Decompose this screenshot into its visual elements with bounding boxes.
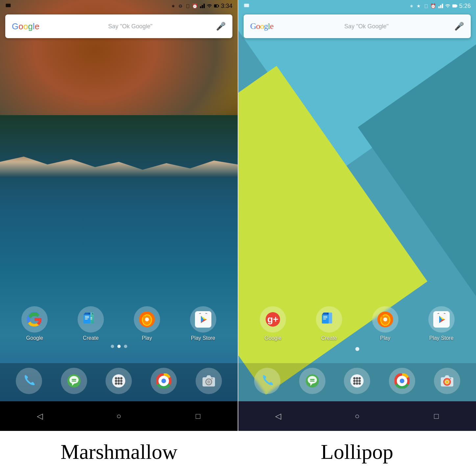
launcher-icon-circle xyxy=(106,368,132,394)
phone-icon xyxy=(21,373,36,388)
phones-row: ∗ ⊖ ⎕ ⏰ xyxy=(0,0,476,431)
play-label: Play xyxy=(142,335,152,341)
svg-point-75 xyxy=(356,380,358,382)
vibrate-icon: ⎕ xyxy=(185,3,191,9)
lollipop-page-dot xyxy=(238,347,476,351)
svg-point-18 xyxy=(145,317,149,321)
dock-camera[interactable] xyxy=(192,368,225,394)
lollipop-dock-camera[interactable] xyxy=(431,368,464,394)
svg-rect-68 xyxy=(310,381,315,382)
lollipop-app-play-store[interactable]: Play Store xyxy=(425,306,458,341)
svg-rect-51 xyxy=(453,5,456,7)
svg-marker-47 xyxy=(440,5,441,8)
svg-point-76 xyxy=(359,380,361,382)
svg-marker-2 xyxy=(202,5,203,8)
launcher-icon xyxy=(111,373,126,388)
app-play[interactable]: Play xyxy=(131,306,163,341)
google-logo: Google xyxy=(12,21,39,32)
lollipop-app-google[interactable]: g+ Google xyxy=(256,306,289,341)
svg-rect-13 xyxy=(85,316,89,317)
hangouts-icon xyxy=(66,373,82,388)
svg-point-66 xyxy=(260,373,275,388)
svg-point-23 xyxy=(21,373,36,388)
lollipop-search-hint: Say "Ok Google" xyxy=(279,23,454,30)
marshmallow-label-cell: Marshmallow xyxy=(0,431,238,473)
svg-point-88 xyxy=(449,378,451,380)
battery-icon xyxy=(214,3,220,9)
app-create[interactable]: Create xyxy=(74,306,107,341)
svg-point-36 xyxy=(120,383,123,385)
app-google[interactable]: Google xyxy=(18,306,51,341)
lollipop-camera-circle xyxy=(434,368,460,394)
home-button[interactable]: ○ xyxy=(109,406,129,426)
lollipop-docs-icon xyxy=(321,311,337,328)
marshmallow-main-apps: Google xyxy=(0,306,238,344)
svg-point-72 xyxy=(356,377,358,380)
lollipop-dock-hangouts[interactable] xyxy=(296,368,329,394)
svg-point-33 xyxy=(120,380,123,382)
dock-chrome[interactable] xyxy=(147,368,180,394)
app-play-store[interactable]: Play Store xyxy=(187,306,220,341)
lollipop-alarm-icon: ⏰ xyxy=(430,3,436,9)
marshmallow-nav-bar: ◁ ○ □ xyxy=(0,401,238,431)
lollipop-label: Lollipop xyxy=(321,440,393,464)
lollipop-docs-circle xyxy=(316,306,342,333)
svg-rect-15 xyxy=(85,319,87,319)
lollipop-dock-launcher[interactable] xyxy=(341,368,373,394)
alarm-icon: ⏰ xyxy=(192,3,198,9)
back-button[interactable]: ◁ xyxy=(30,406,50,426)
docs-icon xyxy=(83,311,99,328)
svg-rect-6 xyxy=(214,5,217,7)
marshmallow-label: Marshmallow xyxy=(60,440,178,464)
svg-marker-46 xyxy=(438,6,440,8)
play-music-icon xyxy=(138,311,155,328)
lollipop-create-label: Create xyxy=(321,335,337,341)
single-dot xyxy=(355,347,359,351)
marshmallow-dock xyxy=(0,363,238,401)
lollipop-home-button[interactable]: ○ xyxy=(347,406,367,426)
camera-icon xyxy=(201,373,216,388)
lollipop-back-button[interactable]: ◁ xyxy=(268,406,288,426)
lollipop-play-circle xyxy=(372,306,398,333)
svg-point-74 xyxy=(353,380,356,382)
mic-icon[interactable]: 🎤 xyxy=(216,22,226,31)
svg-marker-3 xyxy=(203,4,205,8)
lollipop-recent-button[interactable]: □ xyxy=(427,406,446,426)
svg-point-61 xyxy=(383,317,387,321)
lollipop-play-icon xyxy=(377,311,394,328)
play-icon-circle xyxy=(134,306,160,333)
lollipop-app-play[interactable]: Play xyxy=(369,306,402,341)
dock-phone[interactable] xyxy=(12,368,45,394)
svg-point-73 xyxy=(359,377,361,380)
bluetooth-icon: ∗ xyxy=(170,3,176,9)
recent-button[interactable]: □ xyxy=(188,406,208,426)
lollipop-hangouts-icon xyxy=(305,373,320,388)
dock-hangouts[interactable] xyxy=(58,368,90,394)
google-logo-lollipop: Google xyxy=(250,21,274,31)
svg-rect-25 xyxy=(72,381,76,382)
lollipop-bluetooth-icon: ∗ xyxy=(409,3,415,9)
lollipop-status-left xyxy=(244,3,250,9)
marshmallow-search-bar[interactable]: Google Say "Ok Google" 🎤 xyxy=(5,14,232,38)
lollipop-label-cell: Lollipop xyxy=(238,431,476,473)
lollipop-play-store-icon xyxy=(433,311,450,328)
lollipop-dock-phone[interactable] xyxy=(251,368,284,394)
lollipop-dock-chrome[interactable] xyxy=(386,368,418,394)
svg-point-28 xyxy=(115,377,117,380)
svg-point-77 xyxy=(353,383,356,385)
svg-point-87 xyxy=(446,381,448,383)
svg-point-29 xyxy=(118,377,120,380)
lollipop-mic-icon[interactable]: 🎤 xyxy=(454,22,464,31)
lollipop-search-bar[interactable]: Google Say "Ok Google" 🎤 xyxy=(244,14,471,38)
dock-launcher[interactable] xyxy=(102,368,135,394)
lollipop-play-label: Play xyxy=(380,335,390,341)
hangouts-icon-circle xyxy=(61,368,87,394)
dot-1 xyxy=(111,345,114,348)
lollipop-time: 5:26 xyxy=(459,3,471,10)
phone-icon-circle xyxy=(16,368,42,394)
svg-marker-48 xyxy=(442,4,443,8)
lollipop-app-create[interactable]: Create xyxy=(313,306,345,341)
svg-rect-45 xyxy=(244,4,249,7)
svg-point-31 xyxy=(115,380,117,382)
svg-rect-69 xyxy=(310,379,315,380)
